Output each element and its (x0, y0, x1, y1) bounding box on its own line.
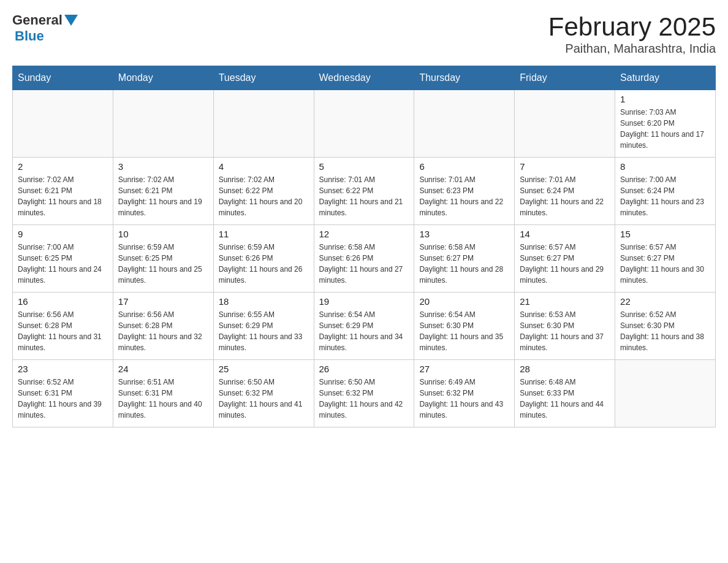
calendar-day-cell: 14Sunrise: 6:57 AMSunset: 6:27 PMDayligh… (515, 225, 615, 293)
day-number: 18 (219, 296, 309, 307)
weekday-header: Friday (515, 66, 615, 90)
day-number: 14 (520, 229, 610, 239)
calendar-week-row: 9Sunrise: 7:00 AMSunset: 6:25 PMDaylight… (13, 225, 716, 293)
day-number: 10 (118, 229, 208, 239)
calendar-day-cell: 4Sunrise: 7:02 AMSunset: 6:22 PMDaylight… (213, 158, 314, 225)
calendar-week-row: 16Sunrise: 6:56 AMSunset: 6:28 PMDayligh… (13, 293, 716, 360)
weekday-header: Saturday (615, 66, 716, 90)
calendar-day-cell: 27Sunrise: 6:49 AMSunset: 6:32 PMDayligh… (414, 360, 515, 427)
day-number: 8 (620, 161, 710, 172)
calendar-day-cell: 12Sunrise: 6:58 AMSunset: 6:26 PMDayligh… (314, 225, 414, 293)
day-number: 2 (18, 161, 108, 172)
calendar-subtitle: Paithan, Maharashtra, India (548, 42, 716, 56)
calendar-day-cell: 3Sunrise: 7:02 AMSunset: 6:21 PMDaylight… (113, 158, 213, 225)
day-number: 21 (520, 296, 610, 307)
logo-general-text: General (12, 12, 63, 28)
calendar-day-cell (314, 90, 414, 158)
calendar-week-row: 2Sunrise: 7:02 AMSunset: 6:21 PMDaylight… (13, 158, 716, 225)
calendar-day-cell (515, 90, 615, 158)
day-info: Sunrise: 6:54 AMSunset: 6:30 PMDaylight:… (419, 309, 509, 353)
day-number: 7 (520, 161, 610, 172)
calendar-header-row: SundayMondayTuesdayWednesdayThursdayFrid… (13, 66, 716, 90)
calendar-week-row: 23Sunrise: 6:52 AMSunset: 6:31 PMDayligh… (13, 360, 716, 427)
day-info: Sunrise: 7:01 AMSunset: 6:24 PMDaylight:… (520, 174, 610, 218)
day-info: Sunrise: 6:51 AMSunset: 6:31 PMDaylight:… (118, 377, 208, 421)
day-info: Sunrise: 7:02 AMSunset: 6:21 PMDaylight:… (18, 174, 108, 218)
svg-marker-0 (64, 15, 78, 26)
day-number: 3 (118, 161, 208, 172)
calendar-day-cell: 9Sunrise: 7:00 AMSunset: 6:25 PMDaylight… (13, 225, 113, 293)
day-number: 25 (219, 364, 309, 374)
weekday-header: Thursday (414, 66, 515, 90)
day-number: 13 (419, 229, 509, 239)
day-info: Sunrise: 6:53 AMSunset: 6:30 PMDaylight:… (520, 309, 610, 353)
calendar-day-cell: 10Sunrise: 6:59 AMSunset: 6:25 PMDayligh… (113, 225, 213, 293)
title-block: February 2025 Paithan, Maharashtra, Indi… (548, 12, 716, 56)
day-number: 9 (18, 229, 108, 239)
day-number: 6 (419, 161, 509, 172)
day-number: 26 (319, 364, 409, 374)
calendar-day-cell: 5Sunrise: 7:01 AMSunset: 6:22 PMDaylight… (314, 158, 414, 225)
day-info: Sunrise: 7:02 AMSunset: 6:22 PMDaylight:… (219, 174, 309, 218)
logo-blue-text: Blue (15, 28, 44, 44)
day-info: Sunrise: 6:56 AMSunset: 6:28 PMDaylight:… (18, 309, 108, 353)
calendar-day-cell: 23Sunrise: 6:52 AMSunset: 6:31 PMDayligh… (13, 360, 113, 427)
day-info: Sunrise: 6:49 AMSunset: 6:32 PMDaylight:… (419, 377, 509, 421)
calendar-day-cell: 2Sunrise: 7:02 AMSunset: 6:21 PMDaylight… (13, 158, 113, 225)
calendar-day-cell: 11Sunrise: 6:59 AMSunset: 6:26 PMDayligh… (213, 225, 314, 293)
day-info: Sunrise: 6:59 AMSunset: 6:26 PMDaylight:… (219, 242, 309, 286)
calendar-day-cell: 1Sunrise: 7:03 AMSunset: 6:20 PMDaylight… (615, 90, 716, 158)
calendar-table: SundayMondayTuesdayWednesdayThursdayFrid… (12, 66, 716, 427)
day-info: Sunrise: 6:50 AMSunset: 6:32 PMDaylight:… (219, 377, 309, 421)
calendar-day-cell: 18Sunrise: 6:55 AMSunset: 6:29 PMDayligh… (213, 293, 314, 360)
calendar-day-cell: 6Sunrise: 7:01 AMSunset: 6:23 PMDaylight… (414, 158, 515, 225)
calendar-day-cell: 24Sunrise: 6:51 AMSunset: 6:31 PMDayligh… (113, 360, 213, 427)
day-info: Sunrise: 7:01 AMSunset: 6:22 PMDaylight:… (319, 174, 409, 218)
calendar-day-cell: 20Sunrise: 6:54 AMSunset: 6:30 PMDayligh… (414, 293, 515, 360)
day-number: 5 (319, 161, 409, 172)
day-info: Sunrise: 7:01 AMSunset: 6:23 PMDaylight:… (419, 174, 509, 218)
day-info: Sunrise: 6:52 AMSunset: 6:31 PMDaylight:… (18, 377, 108, 421)
calendar-day-cell: 26Sunrise: 6:50 AMSunset: 6:32 PMDayligh… (314, 360, 414, 427)
weekday-header: Monday (113, 66, 213, 90)
day-info: Sunrise: 6:57 AMSunset: 6:27 PMDaylight:… (620, 242, 710, 286)
day-number: 1 (620, 94, 710, 104)
day-info: Sunrise: 6:55 AMSunset: 6:29 PMDaylight:… (219, 309, 309, 353)
day-number: 22 (620, 296, 710, 307)
calendar-day-cell: 21Sunrise: 6:53 AMSunset: 6:30 PMDayligh… (515, 293, 615, 360)
weekday-header: Wednesday (314, 66, 414, 90)
day-info: Sunrise: 7:00 AMSunset: 6:24 PMDaylight:… (620, 174, 710, 218)
day-number: 23 (18, 364, 108, 374)
day-info: Sunrise: 7:00 AMSunset: 6:25 PMDaylight:… (18, 242, 108, 286)
calendar-day-cell (113, 90, 213, 158)
day-number: 27 (419, 364, 509, 374)
calendar-week-row: 1Sunrise: 7:03 AMSunset: 6:20 PMDaylight… (13, 90, 716, 158)
day-info: Sunrise: 6:58 AMSunset: 6:26 PMDaylight:… (319, 242, 409, 286)
calendar-day-cell: 15Sunrise: 6:57 AMSunset: 6:27 PMDayligh… (615, 225, 716, 293)
day-number: 11 (219, 229, 309, 239)
calendar-day-cell: 28Sunrise: 6:48 AMSunset: 6:33 PMDayligh… (515, 360, 615, 427)
day-info: Sunrise: 6:59 AMSunset: 6:25 PMDaylight:… (118, 242, 208, 286)
day-info: Sunrise: 7:02 AMSunset: 6:21 PMDaylight:… (118, 174, 208, 218)
day-info: Sunrise: 7:03 AMSunset: 6:20 PMDaylight:… (620, 107, 710, 151)
day-info: Sunrise: 6:56 AMSunset: 6:28 PMDaylight:… (118, 309, 208, 353)
day-number: 12 (319, 229, 409, 239)
day-number: 4 (219, 161, 309, 172)
day-info: Sunrise: 6:57 AMSunset: 6:27 PMDaylight:… (520, 242, 610, 286)
day-number: 15 (620, 229, 710, 239)
calendar-day-cell: 7Sunrise: 7:01 AMSunset: 6:24 PMDaylight… (515, 158, 615, 225)
calendar-day-cell (414, 90, 515, 158)
logo-arrow-icon (64, 15, 78, 26)
calendar-day-cell: 25Sunrise: 6:50 AMSunset: 6:32 PMDayligh… (213, 360, 314, 427)
calendar-day-cell: 22Sunrise: 6:52 AMSunset: 6:30 PMDayligh… (615, 293, 716, 360)
calendar-day-cell (213, 90, 314, 158)
page-header: General Blue February 2025 Paithan, Maha… (12, 12, 716, 56)
calendar-day-cell: 17Sunrise: 6:56 AMSunset: 6:28 PMDayligh… (113, 293, 213, 360)
day-number: 19 (319, 296, 409, 307)
day-number: 24 (118, 364, 208, 374)
calendar-day-cell: 13Sunrise: 6:58 AMSunset: 6:27 PMDayligh… (414, 225, 515, 293)
calendar-day-cell: 16Sunrise: 6:56 AMSunset: 6:28 PMDayligh… (13, 293, 113, 360)
day-number: 20 (419, 296, 509, 307)
calendar-day-cell: 8Sunrise: 7:00 AMSunset: 6:24 PMDaylight… (615, 158, 716, 225)
day-info: Sunrise: 6:54 AMSunset: 6:29 PMDaylight:… (319, 309, 409, 353)
